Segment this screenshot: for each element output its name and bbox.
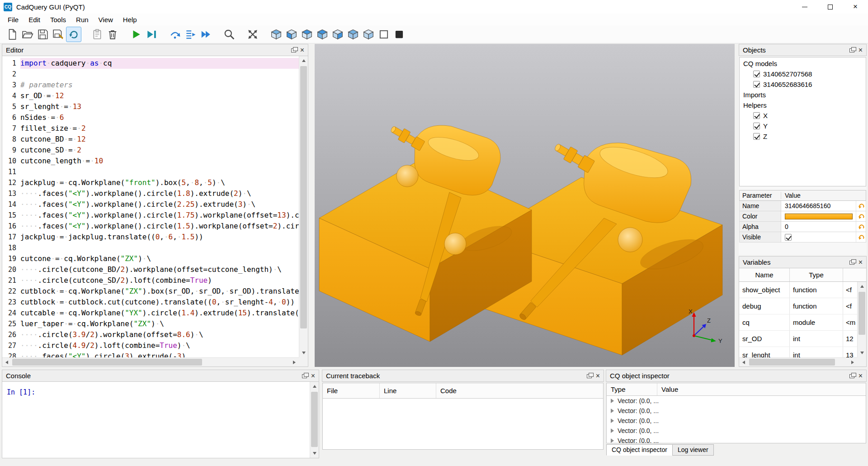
close-panel-button[interactable]: ×	[859, 259, 863, 266]
tab-log-viewer[interactable]: Log viewer	[672, 444, 714, 456]
expand-icon[interactable]	[611, 438, 616, 443]
scroll-up-button[interactable]	[299, 56, 308, 65]
scroll-thumb[interactable]	[12, 359, 202, 366]
checkbox[interactable]	[753, 112, 760, 119]
checkbox[interactable]	[753, 133, 760, 140]
code-line[interactable]: 1import·cadquery·as·cq	[2, 58, 299, 69]
float-panel-button[interactable]	[849, 46, 854, 54]
code-line[interactable]: 16····.faces("<Y").workplane().circle(1.…	[2, 221, 299, 232]
variable-row[interactable]: cqmodule<m	[739, 314, 857, 331]
scroll-down-button[interactable]	[858, 348, 867, 357]
checkbox[interactable]	[753, 71, 760, 77]
menu-item-edit[interactable]: Edit	[24, 14, 45, 25]
code-line[interactable]: 28····.faces("<Y").circle(3).extrude(-3)	[2, 351, 299, 357]
viewport-3d[interactable]: X Z Y	[315, 44, 735, 367]
code-line[interactable]: 2	[2, 69, 299, 80]
scroll-thumb[interactable]	[749, 359, 835, 366]
code-line[interactable]: 26····.circle(3.9/2).workplane(offset=8.…	[2, 329, 299, 340]
scroll-right-button[interactable]	[290, 358, 299, 367]
tree-item[interactable]: 3140652707568	[740, 69, 866, 79]
variable-row[interactable]: show_objectfunction<f	[739, 282, 857, 298]
code-line[interactable]: 20····.circle(cutcone_BD/2).workplane(of…	[2, 264, 299, 275]
code-line[interactable]: 6nSides·=·6	[2, 112, 299, 123]
menu-item-help[interactable]: Help	[118, 14, 142, 25]
close-panel-button[interactable]: ×	[311, 372, 315, 380]
debug-button[interactable]	[144, 27, 159, 42]
inspector-row[interactable]: Vector: (0.0, ...	[607, 416, 866, 426]
code-line[interactable]: 9cutcone_SD·=·2	[2, 145, 299, 156]
inspector-row[interactable]: Vector: (0.0, ...	[607, 396, 866, 406]
scroll-right-button[interactable]	[848, 358, 857, 367]
float-panel-button[interactable]	[849, 258, 854, 266]
expand-icon[interactable]	[611, 409, 616, 413]
orthographic-toggle-button[interactable]	[376, 27, 392, 42]
color-swatch[interactable]	[785, 214, 853, 219]
checkbox[interactable]	[753, 81, 760, 88]
tree-item[interactable]: 3140652683616	[740, 79, 866, 90]
open-file-button[interactable]	[20, 27, 35, 42]
menu-item-tools[interactable]: Tools	[45, 14, 71, 25]
maximize-button[interactable]	[817, 0, 843, 14]
property-value[interactable]	[781, 232, 856, 242]
inspector-row[interactable]: Vector: (0.0, ...	[607, 406, 866, 416]
scroll-left-button[interactable]	[2, 358, 11, 367]
code-line[interactable]: 25luer_taper·=·cq.Workplane("ZX")·\	[2, 319, 299, 329]
checkbox[interactable]	[785, 234, 792, 241]
view-left-button[interactable]	[345, 27, 361, 42]
save-as-button[interactable]	[51, 27, 66, 42]
view-bottom-button[interactable]	[330, 27, 345, 42]
code-line[interactable]: 10cutcone_length·=·10	[2, 156, 299, 166]
variables-vertical-scrollbar[interactable]	[857, 282, 866, 357]
new-file-button[interactable]	[5, 27, 20, 42]
screenshot-button[interactable]	[392, 27, 407, 42]
menu-item-view[interactable]: View	[94, 14, 118, 25]
close-panel-button[interactable]: ×	[859, 372, 863, 380]
code-line[interactable]: 27····.circle(4.9/2).loft(combine=True)·…	[2, 340, 299, 351]
float-panel-button[interactable]	[302, 372, 307, 380]
scroll-down-button[interactable]	[310, 449, 319, 458]
continue-button[interactable]	[198, 27, 213, 42]
expand-icon[interactable]	[611, 399, 616, 403]
inspector-row[interactable]: Vector: (0.0, ...	[607, 436, 866, 443]
variable-row[interactable]: sr_lenghtint13	[739, 347, 857, 357]
property-value[interactable]	[781, 211, 856, 221]
scroll-left-button[interactable]	[739, 358, 748, 367]
scroll-thumb[interactable]	[859, 292, 865, 335]
render-button[interactable]	[128, 27, 144, 42]
code-line[interactable]: 3# parameters	[2, 80, 299, 90]
code-line[interactable]: 23cutblock·=·cutblock.cut(cutcone).trans…	[2, 297, 299, 308]
console-vertical-scrollbar[interactable]	[310, 382, 319, 458]
code-line[interactable]: 15····.faces("<Y").workplane().circle(1.…	[2, 210, 299, 221]
scroll-thumb[interactable]	[311, 392, 318, 447]
step-button[interactable]	[167, 27, 183, 42]
tree-item[interactable]: Imports	[740, 90, 866, 100]
code-line[interactable]: 5sr_lenght·=·13	[2, 101, 299, 112]
variable-row[interactable]: debugfunction<f	[739, 298, 857, 314]
code-line[interactable]: 11	[2, 166, 299, 177]
variable-row[interactable]: sr_ODint12	[739, 331, 857, 347]
checkbox[interactable]	[753, 123, 760, 129]
float-panel-button[interactable]	[849, 372, 854, 380]
close-window-button[interactable]: ×	[843, 0, 868, 14]
tree-item[interactable]: Helpers	[740, 100, 866, 110]
expand-icon[interactable]	[611, 428, 616, 433]
delete-button[interactable]	[105, 27, 120, 42]
fit-view-button[interactable]	[245, 27, 260, 42]
editor-horizontal-scrollbar[interactable]	[2, 357, 299, 366]
close-panel-button[interactable]: ×	[596, 372, 600, 380]
close-panel-button[interactable]: ×	[859, 47, 863, 54]
code-line[interactable]: 19cutcone·=·cq.Workplane("ZX")·\	[2, 253, 299, 264]
scroll-thumb[interactable]	[300, 66, 307, 328]
objects-tree[interactable]: CQ models31406527075683140652683616Impor…	[739, 57, 866, 186]
editor-code[interactable]: 1import·cadquery·as·cq23# parameters4sr_…	[2, 56, 299, 357]
view-front-button[interactable]	[284, 27, 299, 42]
code-line[interactable]: 14····.faces("<Y").workplane().circle(2.…	[2, 199, 299, 210]
close-panel-button[interactable]: ×	[300, 47, 304, 54]
menu-item-file[interactable]: File	[3, 14, 24, 25]
code-line[interactable]: 22cutblock·=·cq.Workplane("ZX").box(sr_O…	[2, 286, 299, 297]
view-back-button[interactable]	[299, 27, 315, 42]
inspector-row[interactable]: Vector: (0.0, ...	[607, 426, 866, 436]
save-button[interactable]	[35, 27, 51, 42]
revert-button[interactable]	[856, 201, 866, 211]
tree-item[interactable]: CQ models	[740, 58, 866, 69]
